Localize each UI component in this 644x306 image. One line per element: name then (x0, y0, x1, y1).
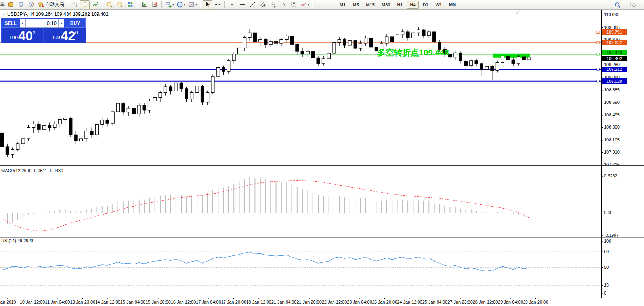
time-axis-label: 24 Jan 12:00 (397, 300, 422, 304)
trade-panel-controls: SELL ▼ ▲ BUY (2, 19, 86, 28)
cursor-tool[interactable] (203, 0, 212, 9)
auto-scroll-icon (151, 1, 158, 8)
chart-shift-marker-icon[interactable]: ▽ (516, 10, 519, 15)
chart-canvas (0, 0, 644, 306)
chart-title-text: USDJPY-,H4 109.264 109.434 109.262 109.4… (7, 11, 109, 17)
price-tag-109.632[interactable]: 109.632 (602, 40, 627, 45)
arrows-tool[interactable]: ▾ (299, 0, 310, 9)
sell-price-pips: 40 (18, 30, 33, 42)
time-axis-label: 17 Jan 20:00 (221, 300, 247, 304)
fibonacci-tool: F (270, 1, 277, 8)
dropdown-arrow-icon[interactable]: ▾ (184, 3, 185, 6)
bar-chart-icon[interactable] (70, 0, 79, 9)
periods-button[interactable]: ▾ (176, 0, 186, 9)
chart-title: ▲USDJPY-,H4 109.264 109.434 109.262 109.… (2, 11, 109, 17)
vertical-line-tool[interactable] (227, 0, 237, 9)
time-axis-label: 23 Jan 20:00 (372, 300, 397, 304)
tile-windows-icon[interactable] (125, 0, 135, 9)
timeframe-mn[interactable]: MN (446, 1, 459, 9)
label-tool: T (290, 1, 297, 8)
timeframe-m15[interactable]: M15 (363, 1, 377, 9)
time-axis-label: 13 Jan 23:00 (70, 300, 96, 304)
macd-tick-label: 0.3262 (604, 173, 617, 178)
svg-text:A: A (282, 2, 285, 8)
macd-tick-label: 0.00 (604, 210, 612, 215)
time-axis-label: 21 Jan 20:00 (296, 300, 322, 304)
time-axis-label: 27 Jan 23:00 (447, 300, 473, 304)
timeframe-d1[interactable]: D1 (420, 1, 431, 9)
buy-price-whole: 109 (52, 34, 60, 40)
price-tick-label: 108.495 (604, 112, 620, 117)
history-book-icon[interactable] (6, 0, 15, 9)
channel-tool: E (260, 1, 266, 8)
price-tag-109.212[interactable]: 109.212 (602, 67, 627, 72)
bar-chart-icon (71, 1, 78, 8)
timeframe-m30[interactable]: M30 (379, 1, 393, 9)
cursor-tool (204, 1, 211, 8)
toolbar-separator (312, 1, 313, 8)
volume-input[interactable] (25, 19, 59, 28)
buy-price-display[interactable]: 109420 (44, 28, 86, 43)
dropdown-arrow-icon[interactable]: ▾ (308, 3, 309, 6)
price-tag-109.448[interactable]: 109.448 (602, 50, 627, 55)
fibonacci-tool[interactable]: F (268, 0, 278, 9)
timeframe-h4[interactable]: H4 (407, 1, 418, 9)
chart-annotation-text: 多空转折点109.448 (377, 47, 449, 58)
time-axis-label: 22 Jan 12:00 (322, 300, 347, 304)
candlestick-chart-icon[interactable] (80, 0, 90, 9)
sell-button[interactable]: SELL (2, 19, 19, 28)
dropdown-arrow-icon[interactable]: ▾ (195, 3, 197, 6)
crosshair-tool[interactable] (213, 0, 222, 9)
signals-icon[interactable] (27, 0, 36, 9)
one-click-trade-panel: SELL ▼ ▲ BUY 109402 109420 (1, 18, 86, 43)
new-chart-button[interactable]: ▾ (164, 0, 175, 9)
periods-button (176, 1, 183, 8)
new-order-button-cut[interactable]: 单 (0, 1, 5, 8)
collapse-triangle-icon[interactable]: ▲ (2, 13, 6, 16)
dropdown-arrow-icon[interactable]: ▾ (172, 3, 174, 6)
timeframe-m5[interactable]: M5 (350, 1, 361, 9)
label-tool[interactable]: T (289, 0, 298, 9)
line-chart-icon[interactable] (90, 0, 100, 9)
candlestick-chart-icon (82, 1, 88, 8)
price-tag-109.402[interactable]: 109.402 (602, 56, 627, 61)
trendline-tool[interactable] (248, 0, 257, 9)
price-tick-label: 108.300 (604, 125, 620, 129)
time-axis-label: 11 Jan 04:00 (45, 300, 70, 304)
buy-button[interactable]: BUY (65, 19, 86, 28)
text-tool[interactable]: A (279, 0, 288, 9)
toolbar-separator (67, 1, 68, 8)
rsi-tick-label: 100 (604, 239, 611, 243)
horizontal-line-tool[interactable] (237, 0, 247, 9)
accounts-icon[interactable] (16, 0, 26, 9)
time-axis-label: 15 Jan 20:00 (145, 300, 171, 304)
timeframe-h1[interactable]: H1 (394, 1, 405, 9)
chart-shift-icon[interactable] (140, 0, 149, 9)
timeframe-toolbar: M1M5M15M30H1H4D1W1MN (336, 0, 459, 10)
signals-icon (28, 1, 35, 8)
price-tick-label: 108.105 (604, 137, 620, 142)
search-icon[interactable] (613, 0, 622, 9)
buy-price-point: 0 (75, 30, 78, 36)
timeframe-w1[interactable]: W1 (433, 1, 445, 9)
sell-price-display[interactable]: 109402 (2, 28, 43, 43)
zoom-out-icon[interactable] (115, 0, 124, 9)
time-axis-label: 28 Jan 12:00 (473, 300, 498, 304)
price-tag-109.029[interactable]: 109.029 (602, 78, 627, 84)
rsi-tick-label: 50 (604, 265, 609, 270)
volume-decrease-button[interactable]: ▼ (20, 19, 25, 28)
time-axis-label: Jan 2019 (0, 300, 16, 304)
timeframe-m1[interactable]: M1 (337, 1, 348, 9)
price-tag-109.791[interactable]: 109.791 (602, 29, 627, 35)
chat-icon[interactable] (628, 0, 637, 9)
zoom-in-icon[interactable] (105, 0, 114, 9)
auto-scroll-icon[interactable] (150, 0, 159, 9)
volume-increase-button[interactable]: ▲ (59, 19, 64, 28)
channel-tool[interactable]: E (258, 0, 268, 9)
text-tool: A (280, 1, 287, 8)
trade-panel-prices: 109402 109420 (2, 28, 86, 43)
templates-button[interactable]: ▾ (187, 0, 198, 9)
autotrading-button[interactable]: 自动交易 (37, 0, 65, 9)
time-axis-label: 18 Jan 12:00 (246, 300, 271, 304)
autotrading-button (38, 1, 44, 8)
